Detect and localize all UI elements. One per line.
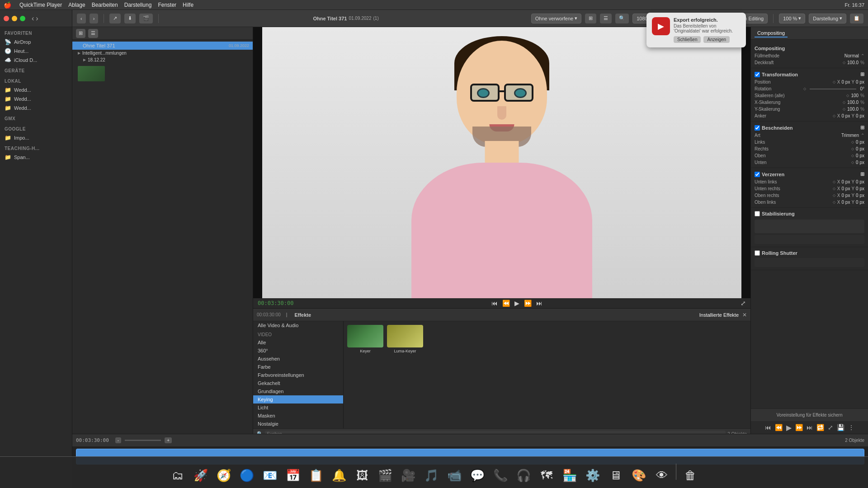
prev-frame-btn[interactable]: ⏪ (502, 300, 510, 307)
dock-preview[interactable]: 👁 (651, 465, 673, 486)
finder-minimize-btn[interactable] (12, 16, 17, 21)
effect-more-btn[interactable]: ⋮ (848, 424, 854, 431)
xsk-diamond[interactable]: ◇ (843, 100, 845, 104)
effect-expand-btn[interactable]: ⤢ (828, 424, 833, 431)
toolbar-import-btn[interactable]: ⬇ (124, 14, 136, 23)
toolbar-forward-btn[interactable]: › (90, 14, 99, 23)
dock-preferences[interactable]: ⚙️ (582, 465, 604, 486)
rotation-slider[interactable] (810, 89, 857, 89)
view-dropdown[interactable]: Darstellung ▾ (809, 14, 846, 23)
zoom-viewer-btn[interactable]: ⤢ (741, 300, 746, 307)
effects-close-btn[interactable]: ✕ (742, 312, 747, 318)
effect-save-btn[interactable]: 💾 (837, 424, 844, 431)
dock-launchpad[interactable]: 🚀 (190, 465, 212, 486)
ul-diamond[interactable]: ◇ (833, 180, 835, 184)
sidebar-item-spam[interactable]: 📁 Span... (0, 153, 72, 162)
effects-cat-licht[interactable]: Licht (253, 404, 343, 412)
dock-trash[interactable]: 🗑 (679, 465, 701, 486)
effect-prev-btn[interactable]: ⏪ (775, 424, 783, 431)
finder-forward-btn[interactable]: › (36, 14, 38, 23)
effects-cat-all-video[interactable]: Alle Video & Audio (253, 321, 343, 329)
beschneiden-header[interactable]: Beschneiden ⊞ (751, 123, 868, 132)
rechts-diamond[interactable]: ◇ (851, 147, 854, 151)
effects-cat-keying[interactable]: Keying (253, 395, 343, 404)
oben-diamond[interactable]: ◇ (851, 154, 854, 158)
effects-search-input[interactable] (265, 431, 726, 434)
transformation-header[interactable]: Transformation ⊞ (751, 70, 868, 79)
dock-finder[interactable]: 🗂 (167, 465, 189, 486)
verzerren-header[interactable]: Verzerren ⊞ (751, 170, 868, 178)
sidebar-item-wedd2[interactable]: 📁 Wedd... (0, 94, 72, 103)
menu-quicktime[interactable]: QuickTime Player (19, 2, 62, 8)
browser-toolbar-btn1[interactable]: ⊞ (76, 29, 85, 38)
ol-diamond[interactable]: ◇ (833, 200, 835, 204)
effects-cat-nostalgie[interactable]: Nostalgie (253, 420, 343, 428)
links-diamond[interactable]: ◇ (851, 140, 854, 144)
rolling-shutter-checkbox[interactable] (755, 250, 760, 256)
installed-effects-tab[interactable]: Installierte Effekte (699, 312, 739, 318)
menu-darstellung[interactable]: Darstellung (124, 2, 152, 8)
finder-close-btn[interactable] (4, 16, 9, 21)
dock-mail[interactable]: 📧 (259, 465, 281, 486)
ysk-diamond[interactable]: ◇ (843, 107, 845, 111)
dock-calendar[interactable]: 📅 (282, 465, 304, 486)
menu-bearbeiten[interactable]: Bearbeiten (92, 2, 118, 8)
effects-cat-gekachelt[interactable]: Gekachelt (253, 379, 343, 387)
effect-back-btn[interactable]: ⏮ (765, 424, 771, 431)
dock-skype[interactable]: 📞 (490, 465, 511, 486)
timeline-zoom-slider[interactable] (125, 440, 161, 441)
dock-itunes[interactable]: 🎧 (513, 465, 534, 486)
sidebar-item-wedd3[interactable]: 📁 Wedd... (0, 103, 72, 113)
deckkraft-diamond[interactable]: ◇ (843, 61, 845, 65)
browser-toolbar-btn2[interactable]: ☰ (88, 29, 98, 38)
effect-luma-keyer[interactable]: Luma-Keyer (387, 325, 423, 353)
dock-fcp[interactable]: 🎥 (397, 465, 419, 486)
effect-keyer[interactable]: Keyer (347, 325, 383, 353)
apple-menu[interactable]: 🍎 (4, 1, 11, 9)
dock-messages[interactable]: 💬 (467, 465, 488, 486)
menu-fenster[interactable]: Fenster (158, 2, 176, 8)
effect-next-btn[interactable]: ⏩ (795, 424, 803, 431)
compositing-tab[interactable]: Compositing (755, 29, 788, 38)
dock-chrome[interactable]: 🔵 (236, 465, 258, 486)
dock-terminal[interactable]: 🖥 (605, 465, 627, 486)
inspector-btn[interactable]: 📋 (850, 14, 863, 23)
event-item-0[interactable]: ▶ Intelligent...mmlungen (72, 50, 253, 56)
dock-facetime[interactable]: 📹 (443, 465, 465, 486)
clip-item[interactable] (72, 63, 253, 84)
dock-appstore[interactable]: 🏪 (559, 465, 580, 486)
dock-reminders[interactable]: 🔔 (328, 465, 350, 486)
sidebar-item-heut[interactable]: 🕐 Heut... (0, 47, 72, 56)
dock-photos[interactable]: 🖼 (351, 465, 373, 486)
beschneiden-checkbox[interactable] (755, 125, 760, 131)
unten-diamond[interactable]: ◇ (851, 160, 854, 164)
search-btn[interactable]: 🔍 (615, 14, 629, 23)
stabilisierung-header[interactable]: Stabilisierung (751, 210, 868, 218)
timeline-zoom-in[interactable]: + (165, 437, 172, 443)
effect-loop-btn[interactable]: 🔁 (816, 424, 824, 431)
timeline-zoom-out[interactable]: - (115, 437, 121, 443)
skip-forward-btn[interactable]: ⏭ (536, 300, 542, 307)
zoom-dropdown[interactable]: 100 % ▾ (779, 14, 805, 23)
toolbar-share-btn[interactable]: ↗ (109, 14, 121, 23)
dock-notes[interactable]: 📋 (305, 465, 327, 486)
effects-cat-farbe[interactable]: Farbe (253, 363, 343, 371)
dock-photoshop[interactable]: 🎨 (628, 465, 650, 486)
sidebar-item-impo[interactable]: 📁 Impo... (0, 133, 72, 142)
dock-music[interactable]: 🎵 (420, 465, 442, 486)
transformation-expand[interactable]: ⊞ (860, 71, 864, 77)
clip-view-btn[interactable]: ⊞ (585, 14, 596, 23)
effect-forward-btn[interactable]: ⏭ (807, 424, 813, 431)
verzerren-expand[interactable]: ⊞ (860, 171, 864, 177)
or-diamond[interactable]: ◇ (833, 193, 835, 197)
rolling-shutter-header[interactable]: Rolling Shutter (751, 249, 868, 257)
skip-back-btn[interactable]: ⏮ (491, 300, 498, 307)
play-btn[interactable]: ▶ (514, 300, 519, 307)
menu-hilfe[interactable]: Hilfe (183, 2, 193, 8)
sidebar-item-wedd1[interactable]: 📁 Wedd... (0, 85, 72, 94)
finder-back-btn[interactable]: ‹ (32, 14, 34, 23)
effect-play-btn[interactable]: ▶ (786, 423, 792, 432)
dock-maps[interactable]: 🗺 (536, 465, 557, 486)
finder-maximize-btn[interactable] (20, 16, 25, 21)
dock-imovie[interactable]: 🎬 (374, 465, 396, 486)
